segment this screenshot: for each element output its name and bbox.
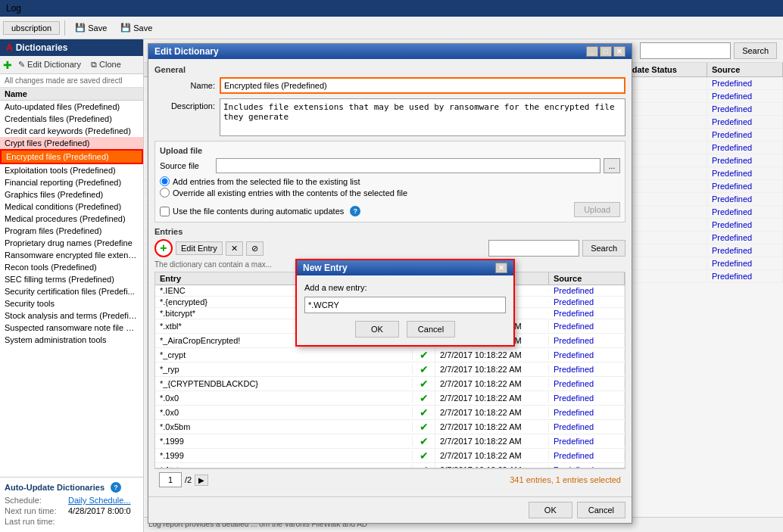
sidebar-item-15[interactable]: Security certification files (Predefi...	[0, 285, 143, 297]
edit-icon: ✎	[18, 60, 25, 69]
edit-dialog-title: Edit Dictionary	[154, 46, 219, 57]
top-bar: Log	[0, 0, 783, 17]
new-entry-ok-button[interactable]: OK	[355, 321, 399, 338]
entry-row-10[interactable]: *.0x5bm✔2/7/2017 10:18:22 AMPredefined	[155, 420, 625, 434]
sidebar-item-1[interactable]: Credentials files (Predefined)	[0, 113, 143, 125]
radio-override[interactable]	[160, 188, 170, 198]
radio1-row: Add entries from the selected file to th…	[160, 176, 620, 186]
new-entry-titlebar: New Entry ✕	[297, 260, 513, 275]
entries-search-button[interactable]: Search	[582, 240, 625, 257]
auto-update-last-row: Last run time:	[5, 517, 139, 526]
new-entry-cancel-button[interactable]: Cancel	[407, 321, 455, 338]
entry-row-7[interactable]: *_{CRYPTENDBLACKDC}✔2/7/2017 10:18:22 AM…	[155, 377, 625, 391]
edit-ok-button[interactable]: OK	[529, 502, 572, 518]
description-input[interactable]: Includes file extensions that may be use…	[220, 98, 625, 136]
edit-cancel-button[interactable]: Cancel	[577, 502, 625, 518]
upload-section: Upload file Source file ... Add entries …	[154, 141, 625, 222]
right-panel: Search Name Update Status Source Predefi…	[144, 39, 783, 532]
sidebar-item-2[interactable]: Credit card keywords (Predefined)	[0, 125, 143, 137]
entry-row-6[interactable]: *_ryp✔2/7/2017 10:18:22 AMPredefined	[155, 362, 625, 377]
sidebar-header: A Dictionaries	[0, 39, 143, 56]
sidebar-item-14[interactable]: SEC filling terms (Predefined)	[0, 273, 143, 285]
th-source: Source	[707, 63, 783, 76]
entry-row-8[interactable]: *.0x0✔2/7/2017 10:18:22 AMPredefined	[155, 391, 625, 406]
pagination: /2 ▶	[159, 472, 208, 487]
edit-dictionary-button[interactable]: ✎ Edit Dictionary	[14, 58, 85, 71]
entry-row-12[interactable]: *.1999✔2/7/2017 10:18:22 AMPredefined	[155, 449, 625, 463]
sidebar-title: Dictionaries	[16, 42, 68, 53]
sidebar-item-3[interactable]: Crypt files (Predefined)	[0, 137, 143, 149]
radio-add[interactable]	[160, 176, 170, 186]
entry-row-5[interactable]: *_crypt✔2/7/2017 10:18:22 AMPredefined	[155, 348, 625, 362]
sidebar-item-11[interactable]: Proprietary drug names (Predefine	[0, 237, 143, 249]
sidebar-item-7[interactable]: Graphics files (Predefined)	[0, 188, 143, 201]
clone-button[interactable]: ⧉ Clone	[87, 58, 125, 71]
new-entry-input[interactable]	[304, 297, 506, 313]
save-button[interactable]: 💾 Save	[70, 20, 112, 35]
source-file-row: Source file ...	[160, 158, 620, 173]
checkbox-row: Use the file contents during automatic u…	[160, 206, 360, 216]
save2-button[interactable]: 💾 Save	[115, 20, 158, 35]
sidebar-item-13[interactable]: Recon tools (Predefined)	[0, 261, 143, 273]
upload-label: Upload file	[160, 146, 620, 155]
add-icon: +	[160, 241, 167, 255]
next-run-value: 4/28/2017 8:00:0	[68, 506, 131, 515]
sidebar-item-9[interactable]: Medical procedures (Predefined)	[0, 213, 143, 225]
upload-footer: Use the file contents during automatic u…	[160, 202, 620, 217]
browse-button[interactable]: ...	[604, 158, 620, 173]
upload-button[interactable]: Upload	[574, 202, 620, 217]
source-file-label: Source file	[160, 161, 213, 170]
sidebar-item-4[interactable]: Encrypted files (Predefined)	[0, 149, 143, 164]
sidebar-item-10[interactable]: Program files (Predefined)	[0, 225, 143, 237]
sidebar-item-12[interactable]: Ransomware encrypted file extens...	[0, 249, 143, 261]
entry-row-11[interactable]: *.1999✔2/7/2017 10:18:22 AMPredefined	[155, 434, 625, 449]
page-next-button[interactable]: ▶	[195, 474, 208, 486]
sidebar-item-17[interactable]: Stock analysis and terms (Predefin...	[0, 310, 143, 322]
entries-search-input[interactable]	[488, 240, 579, 257]
sidebar-item-6[interactable]: Financial reporting (Predefined)	[0, 176, 143, 188]
general-section-label: General	[154, 65, 625, 74]
sidebar-item-19[interactable]: System administration tools	[0, 334, 143, 346]
app-title: Log	[6, 3, 21, 14]
right-search-input[interactable]	[640, 42, 731, 59]
right-search-button[interactable]: Search	[734, 42, 777, 59]
sidebar-item-18[interactable]: Suspected ransomware note file na...	[0, 322, 143, 334]
entry-row-13[interactable]: *.1txt✔2/7/2017 10:18:22 AMPredefined	[155, 463, 625, 468]
new-entry-body: Add a new entry: OK Cancel	[297, 275, 513, 345]
radio2-label: Override all existing entries with the c…	[173, 188, 407, 198]
minimize-button[interactable]: _	[586, 46, 598, 57]
radio2-row: Override all existing entries with the c…	[160, 188, 620, 198]
edit-dialog-footer: OK Cancel	[148, 496, 632, 523]
entries-toolbar: + Edit Entry ✕ ⊘	[154, 239, 625, 257]
entry-row-9[interactable]: *.0x0✔2/7/2017 10:18:22 AMPredefined	[155, 406, 625, 420]
add-icon: ✚	[3, 59, 12, 71]
description-label: Description:	[154, 98, 215, 110]
new-entry-dialog: New Entry ✕ Add a new entry: OK Cancel	[295, 259, 515, 347]
sidebar-item-16[interactable]: Security tools	[0, 297, 143, 310]
source-file-input[interactable]	[216, 158, 601, 173]
varonis-icon: A	[6, 42, 13, 53]
subscription-button[interactable]: ubscription	[3, 21, 60, 35]
name-input[interactable]	[220, 77, 625, 94]
name-label: Name:	[154, 81, 215, 90]
new-entry-close-button[interactable]: ✕	[495, 263, 507, 273]
cancel-entry-button[interactable]: ⊘	[246, 241, 264, 256]
page-input[interactable]	[159, 472, 182, 487]
sidebar-item-5[interactable]: Exploitation tools (Predefined)	[0, 164, 143, 176]
add-entry-button[interactable]: +	[154, 239, 173, 257]
close-button[interactable]: ✕	[613, 46, 625, 57]
sidebar-item-0[interactable]: Auto-updated files (Predefined)	[0, 101, 143, 113]
dialog-close-buttons: _ □ ✕	[586, 46, 625, 57]
entries-label: Entries	[154, 227, 625, 236]
checkbox-help-icon: ?	[350, 206, 360, 216]
auto-update-checkbox[interactable]	[160, 207, 170, 216]
delete-entry-button[interactable]: ✕	[226, 241, 243, 256]
clone-icon: ⧉	[91, 60, 97, 69]
maximize-button[interactable]: □	[600, 46, 612, 57]
last-run-label: Last run time:	[5, 517, 65, 526]
sidebar-item-8[interactable]: Medical conditions (Predefined)	[0, 201, 143, 213]
entries-footer: /2 ▶ 341 entries, 1 entries selected	[154, 468, 625, 490]
schedule-link[interactable]: Daily Schedule...	[68, 496, 131, 505]
edit-entry-button[interactable]: Edit Entry	[176, 241, 223, 255]
new-entry-title: New Entry	[303, 263, 348, 273]
